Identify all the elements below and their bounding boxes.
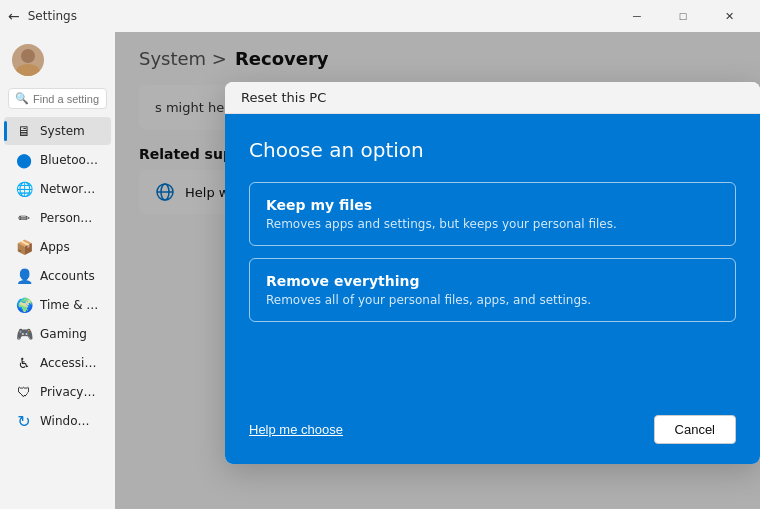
sidebar-item-bluetooth[interactable]: ⬤ Bluetooth & [4, 146, 111, 174]
personalization-icon: ✏️ [16, 210, 32, 226]
minimize-button[interactable]: ─ [614, 0, 660, 32]
accounts-icon: 👤 [16, 268, 32, 284]
title-bar: ← Settings ─ □ ✕ [0, 0, 760, 32]
sidebar-item-gaming[interactable]: 🎮 Gaming [4, 320, 111, 348]
sidebar-item-accessibility[interactable]: ♿ Accessibility [4, 349, 111, 377]
search-box[interactable]: 🔍 [8, 88, 107, 109]
search-icon: 🔍 [15, 92, 29, 105]
sidebar-item-system[interactable]: 🖥 System [4, 117, 111, 145]
title-bar-controls: ─ □ ✕ [614, 0, 752, 32]
network-icon: 🌐 [16, 181, 32, 197]
svg-point-0 [21, 49, 35, 63]
sidebar-item-label: Personaliza… [40, 211, 99, 225]
cancel-button[interactable]: Cancel [654, 415, 736, 444]
keep-files-title: Keep my files [266, 197, 719, 213]
app-window: 🔍 🖥 System ⬤ Bluetooth & 🌐 Network & i… … [0, 32, 760, 509]
modal-top-bar: Reset this PC [225, 82, 760, 114]
search-input[interactable] [33, 93, 100, 105]
sidebar-item-label: Windows Update [40, 414, 99, 428]
help-me-choose-link[interactable]: Help me choose [249, 422, 343, 437]
svg-point-1 [16, 64, 40, 76]
sidebar-item-label: System [40, 124, 85, 138]
modal-top-bar-title: Reset this PC [241, 90, 326, 105]
avatar [12, 44, 44, 76]
apps-icon: 📦 [16, 239, 32, 255]
time-icon: 🌍 [16, 297, 32, 313]
keep-files-desc: Removes apps and settings, but keeps you… [266, 217, 719, 231]
sidebar-avatar [0, 36, 115, 84]
modal-title: Choose an option [249, 138, 736, 162]
sidebar-item-label: Accounts [40, 269, 95, 283]
sidebar-item-label: Apps [40, 240, 70, 254]
sidebar-item-privacy[interactable]: 🛡 Privacy & sec… [4, 378, 111, 406]
title-bar-left: ← Settings [8, 8, 77, 24]
sidebar-item-accounts[interactable]: 👤 Accounts [4, 262, 111, 290]
maximize-button[interactable]: □ [660, 0, 706, 32]
close-button[interactable]: ✕ [706, 0, 752, 32]
sidebar-item-apps[interactable]: 📦 Apps [4, 233, 111, 261]
remove-everything-option[interactable]: Remove everything Removes all of your pe… [249, 258, 736, 322]
keep-files-option[interactable]: Keep my files Removes apps and settings,… [249, 182, 736, 246]
sidebar-item-label: Network & i… [40, 182, 99, 196]
accessibility-icon: ♿ [16, 355, 32, 371]
sidebar-item-label: Time & langu… [40, 298, 99, 312]
sidebar: 🔍 🖥 System ⬤ Bluetooth & 🌐 Network & i… … [0, 32, 115, 509]
windows-update-icon: ↻ [16, 413, 32, 429]
gaming-icon: 🎮 [16, 326, 32, 342]
back-icon[interactable]: ← [8, 8, 20, 24]
reset-pc-modal: Reset this PC Choose an option Keep my f… [225, 82, 760, 464]
sidebar-item-label: Bluetooth & [40, 153, 99, 167]
system-icon: 🖥 [16, 123, 32, 139]
bluetooth-icon: ⬤ [16, 152, 32, 168]
sidebar-item-network[interactable]: 🌐 Network & i… [4, 175, 111, 203]
sidebar-item-personalization[interactable]: ✏️ Personaliza… [4, 204, 111, 232]
sidebar-item-windows-update[interactable]: ↻ Windows Update [4, 407, 111, 435]
content-area: System > Recovery s might help. › Reset … [115, 32, 760, 509]
privacy-icon: 🛡 [16, 384, 32, 400]
sidebar-item-time[interactable]: 🌍 Time & langu… [4, 291, 111, 319]
window-title: Settings [28, 9, 77, 23]
modal-footer: Help me choose Cancel [249, 399, 736, 444]
sidebar-item-label: Privacy & sec… [40, 385, 99, 399]
sidebar-item-label: Accessibility [40, 356, 99, 370]
modal-body: Choose an option Keep my files Removes a… [225, 114, 760, 464]
remove-everything-desc: Removes all of your personal files, apps… [266, 293, 719, 307]
remove-everything-title: Remove everything [266, 273, 719, 289]
sidebar-item-label: Gaming [40, 327, 87, 341]
